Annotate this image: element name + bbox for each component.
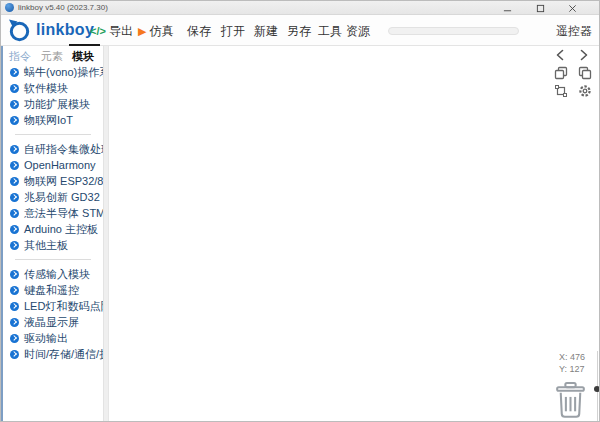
toolbar-slider[interactable]	[388, 27, 519, 35]
sidebar-item[interactable]: 驱动输出	[3, 330, 103, 346]
cursor-x-coordinate: X: 476	[559, 352, 585, 362]
module-bullet-icon	[10, 302, 19, 311]
copy-icon[interactable]	[554, 66, 568, 80]
export-label: 导出	[109, 24, 133, 38]
sidebar-scrollbar[interactable]	[103, 46, 109, 422]
titlebar: linkboy v5.40 (2023.7.30)	[1, 1, 599, 15]
module-bullet-icon	[10, 209, 19, 218]
select-region-icon[interactable]	[555, 85, 567, 97]
minimize-button[interactable]	[496, 1, 518, 15]
module-bullet-icon	[10, 241, 19, 250]
module-bullet-icon	[10, 161, 19, 170]
save-button[interactable]: 保存	[187, 23, 211, 40]
sidebar-item[interactable]: OpenHarmony	[3, 157, 103, 173]
close-icon	[568, 4, 577, 13]
sidebar-item[interactable]: 键盘和遥控	[3, 282, 103, 298]
module-bullet-icon	[10, 334, 19, 343]
remote-control-button[interactable]: 遥控器	[556, 23, 592, 40]
module-bullet-icon	[10, 84, 19, 93]
module-bullet-icon	[10, 68, 19, 77]
sidebar-item[interactable]: 兆易创新 GD32	[3, 189, 103, 205]
paste-icon[interactable]	[578, 66, 592, 80]
sidebar-divider	[15, 134, 91, 135]
module-bullet-icon	[10, 350, 19, 359]
sidebar-item[interactable]: LED灯和数码点阵	[3, 298, 103, 314]
maximize-button[interactable]	[529, 1, 551, 15]
minimize-icon	[503, 4, 512, 13]
module-bullet-icon	[10, 225, 19, 234]
sidebar-item[interactable]: 意法半导体 STM32	[3, 205, 103, 221]
simulate-label: 仿真	[149, 24, 173, 38]
design-canvas[interactable]: X: 476 Y: 127	[110, 46, 600, 422]
maximize-icon	[536, 4, 545, 13]
sidebar-group-boards: 自研指令集微处理器 OpenHarmony 物联网 ESP32/8266 兆易创…	[3, 141, 103, 253]
export-button[interactable]: </>导出	[90, 23, 133, 40]
trash-icon[interactable]	[552, 380, 589, 420]
close-button[interactable]	[561, 1, 583, 15]
sidebar-item[interactable]: 蜗牛(vono)操作系统	[3, 64, 103, 80]
play-icon: ▶	[138, 25, 146, 37]
linkboy-window: linkboy v5.40 (2023.7.30) linkboy </>导出 …	[0, 0, 600, 422]
open-button[interactable]: 打开	[221, 23, 245, 40]
module-bullet-icon	[10, 145, 19, 154]
simulate-button[interactable]: ▶仿真	[138, 23, 173, 40]
sidebar-item[interactable]: 其他主板	[3, 237, 103, 253]
module-bullet-icon	[10, 193, 19, 202]
resources-button[interactable]: 资源	[346, 23, 370, 40]
tools-button[interactable]: 工具	[318, 23, 342, 40]
module-bullet-icon	[10, 177, 19, 186]
linkboy-logo-icon	[7, 18, 31, 42]
edge-slider-handle[interactable]	[594, 386, 600, 392]
gear-icon[interactable]	[578, 84, 592, 98]
sidebar-item[interactable]: Arduino 主控板	[3, 221, 103, 237]
module-sidebar: 指令 元素 模块 蜗牛(vono)操作系统 软件模块 功能扩展模块 物联网IoT…	[3, 46, 103, 422]
sidebar-item[interactable]: 物联网IoT	[3, 112, 103, 128]
main-area: 指令 元素 模块 蜗牛(vono)操作系统 软件模块 功能扩展模块 物联网IoT…	[1, 46, 600, 422]
sidebar-tabs: 指令 元素 模块	[3, 46, 103, 64]
window-title: linkboy v5.40 (2023.7.30)	[18, 2, 108, 14]
save-as-button[interactable]: 另存	[287, 23, 311, 40]
app-logo-icon	[5, 3, 14, 12]
sidebar-item[interactable]: 功能扩展模块	[3, 96, 103, 112]
sidebar-group-io: 传感输入模块 键盘和遥控 LED灯和数码点阵 液晶显示屏 驱动输出 时间/存储/…	[3, 266, 103, 362]
module-bullet-icon	[10, 318, 19, 327]
new-button[interactable]: 新建	[254, 23, 278, 40]
tab-instructions[interactable]: 指令	[9, 49, 31, 64]
cursor-y-coordinate: Y: 127	[559, 364, 585, 374]
code-icon: </>	[90, 25, 106, 37]
module-bullet-icon	[10, 116, 19, 125]
module-bullet-icon	[10, 286, 19, 295]
toolbar: linkboy </>导出 ▶仿真 保存 打开 新建 另存 工具 资源 遥控器	[1, 15, 599, 46]
tab-elements[interactable]: 元素	[41, 49, 63, 64]
sidebar-item[interactable]: 传感输入模块	[3, 266, 103, 282]
sidebar-item[interactable]: 液晶显示屏	[3, 314, 103, 330]
sidebar-divider	[15, 259, 91, 260]
tab-modules[interactable]: 模块	[72, 49, 94, 64]
nav-back-icon[interactable]	[554, 49, 566, 61]
nav-forward-icon[interactable]	[578, 49, 590, 61]
brand-name: linkboy	[36, 21, 94, 39]
sidebar-group-os: 蜗牛(vono)操作系统 软件模块 功能扩展模块 物联网IoT	[3, 64, 103, 128]
module-bullet-icon	[10, 270, 19, 279]
module-bullet-icon	[10, 100, 19, 109]
sidebar-item[interactable]: 时间/存储/通信/扩展	[3, 346, 103, 362]
sidebar-item[interactable]: 自研指令集微处理器	[3, 141, 103, 157]
sidebar-item[interactable]: 软件模块	[3, 80, 103, 96]
sidebar-item[interactable]: 物联网 ESP32/8266	[3, 173, 103, 189]
